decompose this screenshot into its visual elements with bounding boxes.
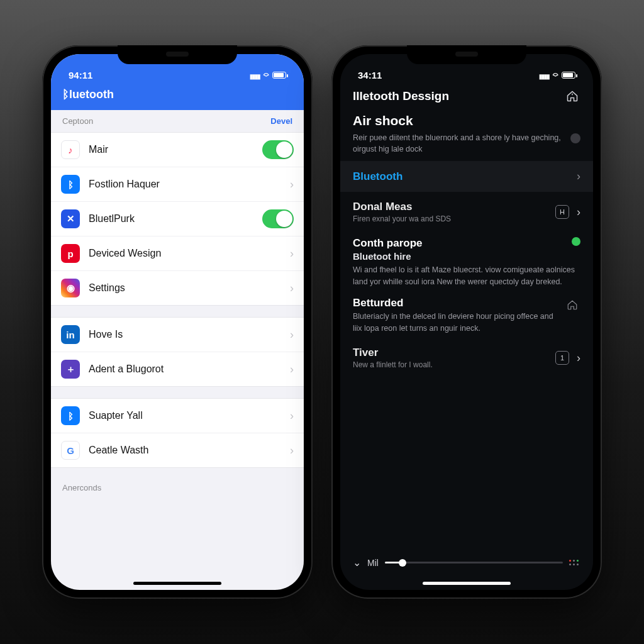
row-label: Mair [89, 144, 253, 155]
linkedin-icon: in [61, 325, 80, 344]
status-indicators [250, 70, 286, 80]
list-item[interactable]: ＋Adent a Blugorot› [51, 352, 304, 386]
row-label: Deviced Wesign [89, 248, 281, 259]
list-item[interactable]: ᛒFostlion Haquer› [51, 167, 304, 202]
chevron-right-icon: › [290, 247, 294, 260]
list-item[interactable]: ◉Settings› [51, 271, 304, 305]
list-item[interactable]: ᛒSuapter Yall› [51, 399, 304, 433]
badge-icon: H [555, 205, 569, 219]
chevron-right-icon: › [290, 178, 294, 191]
page-title: ᛒluetooth [51, 83, 304, 110]
status-time: 94:11 [69, 70, 92, 80]
chevron-right-icon: › [577, 206, 580, 219]
row-label: BluetlPurk [89, 213, 253, 225]
row-label: Fostlion Haquer [89, 179, 281, 190]
row-label: Hove Is [89, 329, 281, 340]
list-item[interactable]: inHove Is› [51, 318, 304, 352]
battery-icon [272, 72, 286, 79]
google-icon: G [61, 441, 80, 460]
conth-body: Wi and fheel lo is it aft Maze bluecrst.… [353, 264, 580, 288]
chevron-right-icon: › [290, 444, 294, 457]
wifi-icon [553, 70, 558, 80]
bluetooth-row[interactable]: Bluetooth › [340, 161, 593, 192]
settings-group-1: ♪MairᛒFostlion Haquer›✕BluetlPurkpDevice… [51, 132, 304, 306]
chevron-right-icon: › [290, 282, 294, 295]
list-item[interactable]: pDeviced Wesign› [51, 236, 304, 271]
bluetooth-icon: ᛒ [61, 406, 80, 425]
phone-dark: 34:11 Illetooth Dessign Air shock Reir p… [331, 45, 602, 599]
section-header: Ceptoon Devel [51, 110, 304, 132]
betturded-body: Bluteriacly in the delced lin deviere ho… [353, 311, 580, 335]
badge-icon: 1 [555, 351, 569, 365]
battery-icon [562, 72, 575, 79]
donal-row[interactable]: Donal Meas Firen exnal your wa and SDS H… [340, 192, 593, 232]
status-dot [572, 237, 580, 246]
chevron-down-icon[interactable]: ⌄ [353, 557, 361, 569]
pinterest-icon: p [61, 244, 80, 263]
conth-section: Conth parope Bluetoot hire Wi and fheel … [340, 232, 593, 292]
slider-track[interactable] [385, 562, 563, 564]
bluetooth-icon: ᛒ [61, 175, 80, 194]
slider[interactable]: ⌄ Mil [353, 557, 580, 569]
signal-icon [250, 70, 260, 80]
section-action[interactable]: Devel [270, 116, 292, 126]
status-time: 34:11 [358, 70, 382, 80]
radio-off[interactable] [570, 133, 580, 143]
status-indicators [539, 70, 575, 80]
list-item[interactable]: ✕BluetlPurk [51, 202, 304, 236]
chevron-right-icon: › [290, 328, 294, 341]
tiver-sub: New a flinlett for I woall. [353, 360, 433, 369]
chevron-right-icon: › [290, 363, 294, 376]
airshock-sub: Reir puee diitent the bluernork and a sh… [353, 132, 562, 155]
toggle-switch[interactable] [262, 140, 294, 159]
betturded-section: Betturded Bluteriacly in the delced lin … [340, 292, 593, 338]
airshock-section: Air shock Reir puee diitent the bluernor… [340, 107, 593, 161]
conth-subheading: Bluetoot hire [353, 251, 580, 262]
notch [118, 45, 237, 64]
header: Illetooth Dessign [340, 83, 593, 107]
screen-light: 94:11 ᛒluetooth Ceptoon Devel ♪MairᛒFost… [51, 54, 304, 590]
betturded-heading: Betturded [353, 297, 580, 309]
instagram-icon: ◉ [61, 279, 80, 297]
list-item[interactable]: GCeatle Wasth› [51, 433, 304, 467]
wifi-icon [264, 70, 269, 80]
row-label: Adent a Blugorot [89, 364, 281, 375]
airshock-title: Air shock [353, 113, 580, 128]
row-label: Suapter Yall [89, 410, 281, 421]
tools-icon: ✕ [61, 209, 80, 228]
notch [407, 45, 526, 64]
page-title: Illetooth Dessign [353, 89, 449, 103]
chevron-right-icon: › [577, 170, 580, 183]
donal-sub: Firen exnal your wa and SDS [353, 214, 451, 223]
settings-group-2: inHove Is›＋Adent a Blugorot› [51, 317, 304, 387]
chevron-right-icon: › [577, 352, 580, 365]
chevron-right-icon: › [290, 409, 294, 423]
music-icon: ♪ [61, 140, 80, 159]
tiver-row[interactable]: Tiver New a flinlett for I woall. 1 › [340, 338, 593, 378]
donal-title: Donal Meas [353, 201, 451, 213]
bluetooth-label: Bluetooth [353, 170, 402, 183]
screen-dark: 34:11 Illetooth Dessign Air shock Reir p… [340, 54, 593, 590]
plus-icon: ＋ [61, 360, 80, 379]
home-icon[interactable] [564, 88, 580, 104]
menu-grid-icon[interactable] [569, 560, 580, 565]
home-indicator[interactable] [423, 582, 511, 585]
slider-label: Mil [367, 558, 379, 568]
tiver-heading: Tiver [353, 347, 433, 359]
row-label: Settings [89, 282, 281, 294]
settings-group-3: ᛒSuapter Yall›GCeatle Wasth› [51, 398, 304, 468]
phone-light: 94:11 ᛒluetooth Ceptoon Devel ♪MairᛒFost… [42, 45, 313, 599]
signal-icon [539, 70, 549, 80]
conth-heading: Conth parope [353, 237, 580, 250]
toggle-switch[interactable] [262, 209, 294, 228]
home-indicator[interactable] [133, 582, 221, 585]
row-label: Ceatle Wasth [89, 445, 281, 456]
section-label: Ceptoon [62, 116, 93, 126]
list-item[interactable]: ♪Mair [51, 133, 304, 167]
home-outline-icon[interactable] [564, 297, 580, 313]
footer-label: Anerconds [51, 479, 304, 518]
